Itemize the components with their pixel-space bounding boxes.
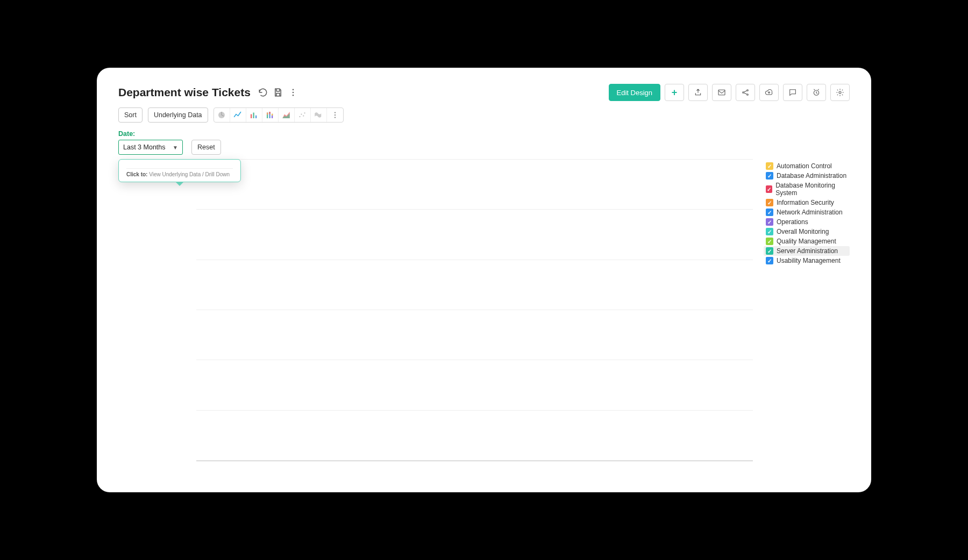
legend-checkbox: ✓	[766, 218, 773, 226]
title-row: Department wise Tickets	[118, 86, 298, 99]
svg-point-25	[334, 117, 335, 118]
svg-point-5	[747, 90, 749, 91]
alarm-button[interactable]	[807, 84, 826, 101]
svg-point-1	[293, 92, 294, 93]
underlying-data-button[interactable]: Underlying Data	[148, 107, 208, 123]
legend-item[interactable]: ✓Server Administration	[764, 246, 850, 256]
legend-item[interactable]: ✓Automation Control	[764, 161, 850, 171]
svg-point-21	[303, 115, 304, 116]
legend-item[interactable]: ✓Database Administration	[764, 171, 850, 181]
legend-checkbox: ✓	[766, 172, 773, 180]
legend-label: Operations	[777, 218, 808, 226]
legend-label: Server Administration	[777, 247, 838, 255]
legend-label: Overall Monitoring	[777, 228, 829, 235]
legend-checkbox: ✓	[766, 209, 773, 216]
legend-checkbox: ✓	[766, 162, 773, 170]
legend-item[interactable]: ✓Operations	[764, 217, 850, 227]
add-button[interactable]: +	[665, 84, 684, 101]
chart-type-stacked-icon[interactable]	[262, 108, 279, 122]
export-button[interactable]	[688, 84, 708, 101]
svg-point-8	[839, 91, 841, 94]
refresh-icon[interactable]	[258, 88, 268, 97]
legend-item[interactable]: ✓Network Administration	[764, 207, 850, 217]
svg-rect-3	[718, 90, 725, 95]
legend-checkbox: ✓	[766, 185, 772, 193]
share-button[interactable]	[736, 84, 755, 101]
svg-point-0	[293, 89, 294, 90]
sort-button[interactable]: Sort	[118, 107, 143, 123]
chart-type-bar-icon[interactable]	[246, 108, 262, 122]
svg-rect-16	[269, 112, 271, 114]
svg-point-2	[293, 95, 294, 96]
header: Department wise Tickets Edit Design +	[118, 84, 850, 101]
comment-button[interactable]	[783, 84, 802, 101]
gridline	[196, 159, 753, 160]
toolbar: Sort Underlying Data	[118, 107, 850, 123]
filter-label: Date:	[118, 130, 183, 138]
chart-type-pie-icon[interactable]	[214, 108, 230, 122]
chart-type-scatter-icon[interactable]	[295, 108, 311, 122]
legend-item[interactable]: ✓Usability Management	[764, 256, 850, 265]
chart-type-area-icon[interactable]	[279, 108, 295, 122]
gridline	[196, 260, 753, 260]
date-select-value: Last 3 Months	[123, 143, 166, 151]
gridline	[196, 360, 753, 360]
gridline	[196, 410, 753, 411]
legend-label: Database Administration	[777, 172, 846, 180]
report-card: Department wise Tickets Edit Design +	[97, 68, 871, 492]
legend-item[interactable]: ✓Information Security	[764, 198, 850, 207]
legend-checkbox: ✓	[766, 257, 773, 264]
legend-label: Database Monitoring System	[775, 182, 848, 197]
legend-label: Automation Control	[777, 162, 832, 170]
legend-item[interactable]: ✓Quality Management	[764, 236, 850, 246]
mail-button[interactable]	[712, 84, 731, 101]
tooltip: Click to: View Underlying Data / Drill D…	[118, 159, 241, 182]
date-select[interactable]: Last 3 Months ▼	[118, 140, 183, 155]
svg-point-24	[334, 114, 335, 116]
edit-design-button[interactable]: Edit Design	[609, 84, 660, 101]
svg-point-23	[334, 112, 335, 113]
legend-checkbox: ✓	[766, 228, 773, 235]
title-icons	[258, 88, 298, 97]
tooltip-footer: Click to: View Underlying Data / Drill D…	[126, 168, 233, 177]
svg-rect-10	[251, 114, 252, 119]
x-axis	[196, 461, 753, 461]
tooltip-foot-action: View Underlying Data / Drill Down	[149, 171, 230, 177]
svg-point-6	[747, 94, 749, 96]
legend-checkbox: ✓	[766, 238, 773, 245]
legend: ✓Automation Control✓Database Administrat…	[753, 159, 850, 476]
svg-point-22	[304, 112, 305, 113]
svg-rect-11	[253, 113, 254, 119]
legend-checkbox: ✓	[766, 199, 773, 206]
settings-button[interactable]	[830, 84, 850, 101]
gridline	[196, 209, 753, 210]
legend-label: Network Administration	[777, 209, 843, 216]
legend-item[interactable]: ✓Database Monitoring System	[764, 181, 850, 198]
chart-type-more-icon[interactable]	[327, 108, 343, 122]
publish-button[interactable]	[759, 84, 779, 101]
chart-type-group	[213, 107, 344, 123]
legend-label: Quality Management	[777, 238, 836, 245]
chart-type-line-icon[interactable]	[230, 108, 246, 122]
chart-type-map-icon[interactable]	[311, 108, 327, 122]
legend-label: Usability Management	[777, 257, 841, 264]
save-icon[interactable]	[273, 88, 283, 97]
svg-point-19	[299, 116, 300, 117]
kebab-icon[interactable]	[288, 88, 298, 97]
date-filter: Date: Last 3 Months ▼	[118, 130, 183, 155]
legend-checkbox: ✓	[766, 247, 773, 255]
filter-row: Date: Last 3 Months ▼ Reset	[118, 130, 850, 155]
svg-point-4	[743, 92, 744, 94]
tooltip-foot-prefix: Click to:	[126, 171, 147, 177]
gridline	[196, 310, 753, 310]
chevron-down-icon: ▼	[173, 145, 178, 150]
svg-rect-12	[255, 116, 257, 118]
reset-button[interactable]: Reset	[191, 140, 221, 155]
svg-rect-18	[272, 114, 273, 116]
page-title: Department wise Tickets	[118, 86, 251, 99]
header-actions: Edit Design +	[609, 84, 850, 101]
plot: Click to: View Underlying Data / Drill D…	[118, 159, 753, 476]
legend-item[interactable]: ✓Overall Monitoring	[764, 227, 850, 236]
chart-area: Click to: View Underlying Data / Drill D…	[118, 159, 850, 476]
legend-label: Information Security	[777, 199, 834, 206]
